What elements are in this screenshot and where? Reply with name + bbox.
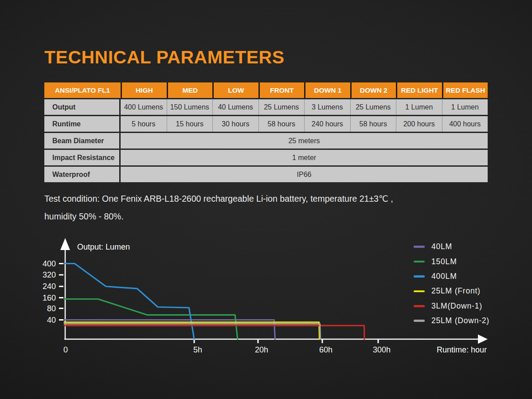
x-axis-arrow-icon: [478, 335, 488, 344]
x-tick-label: 0: [63, 345, 68, 354]
table-cell: 3 Lumens: [304, 99, 350, 115]
x-tick-label: 20h: [255, 345, 268, 354]
page-title: TECHNICAL PARAMETERS: [44, 47, 285, 68]
legend-swatch-icon: [414, 275, 425, 278]
table-cell: 240 hours: [304, 116, 350, 132]
row-label: Beam Diameter: [44, 133, 121, 149]
table-row: WaterproofIP66: [44, 167, 488, 182]
x-axis-title: Runtime: hour: [437, 345, 487, 354]
header-cell-ansi-plato: ANSI/PLATO FL1: [44, 82, 121, 98]
table-cell: 58 hours: [350, 116, 396, 132]
x-tick-label: 300h: [373, 345, 391, 354]
table-span-cell: 1 meter: [121, 150, 488, 165]
table-cell: 30 hours: [212, 116, 258, 132]
table-cell: 15 hours: [167, 116, 213, 132]
table-cell: 150 Lumens: [167, 99, 213, 115]
table-span-cell: 25 meters: [121, 133, 488, 149]
row-label: Output: [44, 99, 121, 115]
legend-label: 40LM: [431, 242, 452, 251]
table-row: Impact Resistance1 meter: [44, 150, 488, 165]
table-cell: 25 Lumens: [350, 99, 396, 115]
series-line-400lm: [64, 264, 194, 340]
y-tick-label: 320: [43, 270, 56, 279]
header-cell-high: HIGH: [121, 82, 167, 98]
legend-label: 3LM(Down-1): [431, 301, 482, 311]
test-condition-line2: humidity 50% - 80%.: [44, 211, 124, 221]
table-cell: 58 hours: [258, 116, 305, 132]
y-tick-label: 80: [47, 304, 56, 313]
legend-label: 150LM: [431, 257, 457, 266]
legend-swatch-icon: [414, 320, 425, 322]
y-tick-label: 400: [43, 259, 56, 268]
legend-item: 400LM: [414, 269, 489, 284]
legend-item: 40LM: [414, 239, 489, 254]
y-axis-arrow-icon: [60, 238, 70, 250]
table-cell: 400 hours: [442, 116, 488, 132]
y-tick-label: 40: [47, 316, 56, 325]
y-tick-label: 240: [43, 282, 56, 291]
legend-label: 25LM (Down-2): [431, 316, 489, 325]
header-cell-front: FRONT: [258, 82, 305, 98]
table-cell: 400 Lumens: [121, 99, 167, 115]
row-label: Waterproof: [44, 167, 121, 182]
x-tick-label: 60h: [319, 345, 332, 354]
y-tick-label: 160: [43, 293, 56, 302]
legend-label: 400LM: [431, 272, 457, 281]
chart-legend: 40LM150LM400LM25LM (Front)3LM(Down-1)25L…: [414, 239, 489, 328]
table-cell: 25 Lumens: [258, 99, 305, 115]
table-cell: 1 Lumen: [442, 99, 488, 115]
test-condition-note: Test condition: One Fenix ARB-L18-2600 r…: [44, 190, 488, 225]
legend-swatch-icon: [414, 305, 425, 307]
legend-item: 150LM: [414, 254, 489, 269]
spec-table: ANSI/PLATO FL1HIGHMEDLOWFRONTDOWN 1DOWN …: [44, 81, 488, 184]
spec-table-wrap: ANSI/PLATO FL1HIGHMEDLOWFRONTDOWN 1DOWN …: [44, 81, 488, 184]
spec-sheet-page: TECHNICAL PARAMETERS ANSI/PLATO FL1HIGHM…: [0, 0, 532, 399]
test-condition-line1: Test condition: One Fenix ARB-L18-2600 r…: [44, 194, 393, 203]
legend-swatch-icon: [414, 261, 425, 263]
table-cell: 1 Lumen: [396, 99, 442, 115]
header-cell-low: LOW: [212, 82, 258, 98]
row-label: Impact Resistance: [44, 150, 121, 165]
table-cell: 40 Lumens: [212, 99, 258, 115]
header-cell-down-2: DOWN 2: [350, 82, 396, 98]
x-tick-label: 5h: [193, 345, 202, 354]
row-label: Runtime: [44, 116, 121, 132]
header-cell-red-flash: RED FLASH: [442, 82, 488, 98]
table-cell: 200 hours: [396, 116, 442, 132]
legend-item: 25LM (Front): [414, 284, 489, 298]
spec-table-header-row: ANSI/PLATO FL1HIGHMEDLOWFRONTDOWN 1DOWN …: [44, 82, 488, 98]
table-row: Output400 Lumens150 Lumens40 Lumens25 Lu…: [44, 99, 488, 115]
legend-label: 25LM (Front): [431, 286, 481, 296]
table-span-cell: IP66: [121, 167, 488, 182]
table-row: Runtime5 hours15 hours30 hours58 hours24…: [44, 116, 488, 132]
header-cell-med: MED: [167, 82, 213, 98]
header-cell-red-light: RED LIGHT: [396, 82, 442, 98]
legend-item: 25LM (Down-2): [414, 313, 489, 328]
legend-item: 3LM(Down-1): [414, 299, 489, 313]
legend-swatch-icon: [414, 246, 425, 248]
header-cell-down-1: DOWN 1: [304, 82, 350, 98]
table-cell: 5 hours: [121, 116, 167, 132]
y-axis-title: Output: Lumen: [77, 243, 130, 251]
series-line-150lm: [64, 299, 238, 340]
table-row: Beam Diameter25 meters: [44, 133, 488, 149]
legend-swatch-icon: [414, 290, 425, 293]
